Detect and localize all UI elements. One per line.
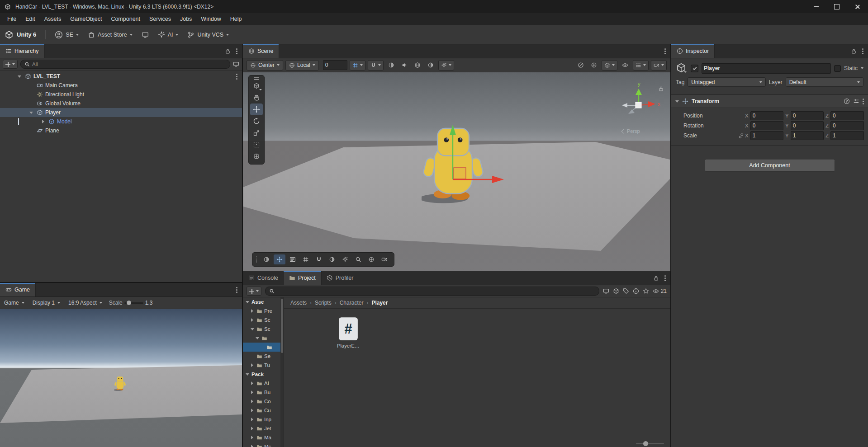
hidden-objects-toggle[interactable] xyxy=(575,61,586,70)
folder-row[interactable]: Tu xyxy=(243,361,284,370)
layers-dropdown[interactable] xyxy=(602,60,617,71)
rect-tool[interactable] xyxy=(250,139,263,151)
breadcrumb-item[interactable]: Scripts xyxy=(315,300,332,306)
folder-tree-scrollbar[interactable] xyxy=(280,297,284,447)
move-overlay-button[interactable] xyxy=(274,254,285,264)
panel-menu-icon[interactable] xyxy=(664,275,666,281)
tool-handle-rotation-dropdown[interactable]: Local xyxy=(285,60,319,71)
overlay-grip-icon[interactable] xyxy=(256,256,257,263)
folder-row-packages-root[interactable]: Pack xyxy=(243,370,284,379)
hierarchy-row[interactable]: Plane xyxy=(0,126,242,135)
foldout-icon[interactable] xyxy=(251,318,253,322)
folder-row[interactable]: Inp xyxy=(243,415,284,424)
scale-y-input[interactable] xyxy=(793,132,821,139)
search-window-icon[interactable] xyxy=(233,61,239,67)
foldout-icon[interactable] xyxy=(251,436,253,439)
scale-z-input[interactable] xyxy=(833,132,862,139)
gizmo-lock-icon[interactable] xyxy=(658,86,664,92)
foldout-icon[interactable] xyxy=(251,400,253,403)
foldout-icon[interactable] xyxy=(251,418,253,421)
create-button[interactable] xyxy=(3,60,18,69)
tab-scene[interactable]: Scene xyxy=(243,44,279,58)
folder-row[interactable]: Bu xyxy=(243,388,284,397)
breadcrumb-item-current[interactable]: Player xyxy=(371,300,388,306)
gameobject-icon-button[interactable] xyxy=(676,62,688,74)
effects-dropdown[interactable] xyxy=(438,60,454,71)
tab-console[interactable]: Console xyxy=(243,271,284,285)
foldout-icon[interactable] xyxy=(251,391,253,394)
foldout-icon[interactable] xyxy=(251,427,253,430)
maximize-button[interactable] xyxy=(826,0,847,13)
rotation-x-field[interactable] xyxy=(750,121,783,130)
lock-icon[interactable] xyxy=(851,48,857,54)
foldout-icon[interactable] xyxy=(251,445,253,447)
hierarchy-search-input[interactable] xyxy=(32,61,226,67)
device-preview-button[interactable] xyxy=(138,29,152,41)
scale-y-field[interactable] xyxy=(791,131,824,140)
foldout-icon[interactable] xyxy=(675,100,679,103)
name-field[interactable] xyxy=(702,63,831,74)
rotate-tool[interactable] xyxy=(250,115,263,127)
search-in-window-icon[interactable] xyxy=(603,288,609,294)
folder-row[interactable]: Mc xyxy=(243,442,284,447)
scale-x-field[interactable] xyxy=(750,131,783,140)
overlay-grip-icon[interactable] xyxy=(254,77,259,78)
folder-row[interactable]: Ma xyxy=(243,433,284,442)
thumbnail-zoom-slider[interactable] xyxy=(636,443,664,444)
favorites-icon[interactable] xyxy=(643,288,649,294)
foldout-icon[interactable] xyxy=(246,373,249,376)
camera-settings-dropdown[interactable] xyxy=(651,60,667,71)
tab-project[interactable]: Project xyxy=(284,271,321,285)
foldout-icon[interactable] xyxy=(42,120,44,123)
zoom-slider-knob[interactable] xyxy=(643,441,648,446)
folder-row[interactable]: Sc xyxy=(243,315,284,325)
scrollbar-thumb[interactable] xyxy=(281,299,283,353)
tab-profiler[interactable]: Profiler xyxy=(321,271,359,285)
scene-lighting-toggle[interactable] xyxy=(386,61,397,70)
foldout-icon[interactable] xyxy=(251,309,253,313)
tab-game[interactable]: Game xyxy=(0,283,35,296)
transform-tool[interactable] xyxy=(250,151,263,162)
constrain-proportions-icon[interactable] xyxy=(737,133,745,139)
search-overlay-button[interactable] xyxy=(352,254,364,264)
hierarchy-row-scene[interactable]: LVL_TEST xyxy=(0,72,242,81)
shading-button[interactable] xyxy=(326,254,338,264)
menu-edit[interactable]: Edit xyxy=(21,13,40,25)
scale-z-field[interactable] xyxy=(830,131,864,140)
help-icon[interactable] xyxy=(844,98,850,104)
folder-row[interactable]: AI xyxy=(243,379,284,388)
foldout-icon[interactable] xyxy=(246,301,249,303)
grid-size-input[interactable] xyxy=(325,62,345,68)
grid-overlay-button[interactable] xyxy=(300,254,312,264)
aspect-dropdown[interactable]: 16:9 Aspect xyxy=(64,297,106,309)
lock-icon[interactable] xyxy=(653,275,659,281)
menu-help[interactable]: Help xyxy=(226,13,247,25)
transform-header[interactable]: Transform xyxy=(671,95,868,108)
ai-dropdown[interactable]: AI xyxy=(154,29,182,41)
account-dropdown[interactable]: SE xyxy=(51,29,82,41)
scene-options-icon[interactable] xyxy=(236,74,237,80)
overlays-dropdown[interactable] xyxy=(633,60,649,71)
scene-viewport[interactable]: y x Persp xyxy=(243,72,670,271)
menu-gameobject[interactable]: GameObject xyxy=(66,13,106,25)
scale-slider[interactable] xyxy=(124,302,143,304)
display-dropdown[interactable]: Display 1 xyxy=(28,297,64,309)
scene-visibility-toggle[interactable] xyxy=(620,61,631,70)
menu-file[interactable]: File xyxy=(3,13,21,25)
breadcrumb-item[interactable]: Character xyxy=(340,300,364,306)
foldout-icon[interactable] xyxy=(251,328,254,330)
tool-handle-position-dropdown[interactable]: Center xyxy=(247,60,283,71)
panel-menu-icon[interactable] xyxy=(664,48,666,54)
breadcrumb-item[interactable]: Assets xyxy=(290,300,307,306)
view-hand-tool[interactable] xyxy=(250,92,263,104)
hierarchy-row-selected[interactable]: Player xyxy=(0,108,242,117)
close-button[interactable] xyxy=(847,0,868,13)
name-input[interactable] xyxy=(704,65,829,71)
create-asset-button[interactable] xyxy=(247,287,261,296)
layer-dropdown[interactable]: Default xyxy=(786,77,863,87)
hidden-packages-toggle[interactable]: 21 xyxy=(653,288,667,294)
move-tool[interactable] xyxy=(250,104,263,115)
folder-row[interactable]: Pre xyxy=(243,306,284,315)
hierarchy-row[interactable]: Global Volume xyxy=(0,99,242,108)
search-by-label-icon[interactable] xyxy=(623,288,629,294)
